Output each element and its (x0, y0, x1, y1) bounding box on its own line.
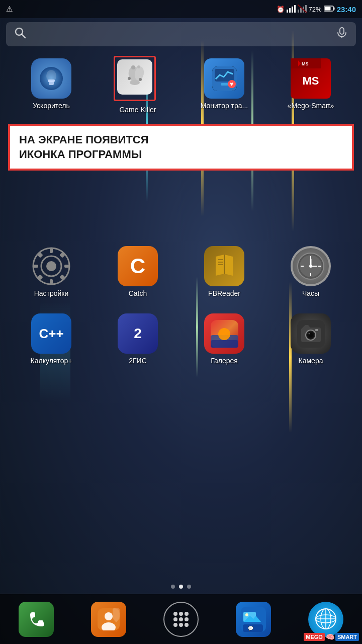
dot-2 (179, 585, 183, 589)
svg-rect-45 (50, 279, 53, 284)
app-mego[interactable]: MS MS «Mego-Smart» (273, 58, 348, 114)
app-label-2gis: 2ГИС (129, 357, 147, 365)
svg-rect-70 (315, 329, 318, 331)
svg-point-43 (46, 261, 56, 271)
app-cleaner[interactable]: Ускоритель (14, 58, 89, 114)
app-settings[interactable]: Настройки (14, 246, 89, 297)
mego-brain-icon: 🧠 (326, 633, 334, 641)
app-catch[interactable]: C Catch (100, 246, 175, 297)
app-icon-2gis: 2 (118, 313, 158, 354)
svg-point-31 (130, 80, 140, 85)
app-icon-settings (31, 246, 71, 286)
svg-point-87 (245, 613, 248, 616)
svg-text:MS: MS (302, 61, 309, 66)
app-label-clock: Часы (302, 289, 319, 297)
app-icon-fbreader (204, 246, 244, 286)
app-label-camera: Камера (299, 357, 323, 365)
svg-point-29 (128, 77, 131, 80)
app-monitor[interactable]: ♥ Монитор тра... (187, 58, 262, 114)
bottom-app-row: C++ Калкулятор+ 2 2ГИС (0, 309, 362, 369)
app-gallery[interactable]: Галерея (187, 313, 262, 365)
app-label-cleaner: Ускоритель (33, 102, 70, 110)
dock-icon-phone (19, 602, 54, 637)
app-camera[interactable]: Камера (273, 313, 348, 365)
battery-icon (324, 5, 335, 14)
svg-point-83 (179, 623, 183, 627)
top-app-row: Ускоритель (0, 54, 362, 118)
app-label-monitor: Монитор тра... (201, 102, 248, 110)
gamekiller-highlight-box (114, 56, 156, 101)
app-fbreader[interactable]: FBReader (187, 246, 262, 297)
annotation-line1: НА ЭКРАНЕ ПОЯВИТСЯ (19, 133, 149, 146)
page-dots (171, 585, 191, 589)
svg-point-60 (309, 265, 312, 268)
svg-rect-64 (211, 340, 238, 348)
alarm-icon: ⏰ (277, 6, 285, 13)
app-label-gamekiller: Game Killer (119, 106, 156, 114)
search-icon (14, 27, 26, 42)
app-icon-monitor: ♥ (204, 58, 244, 99)
svg-rect-47 (64, 265, 69, 268)
app-gamekiller[interactable]: Game Killer (100, 58, 175, 114)
mego-logo: MEGO 🧠 SMART (304, 633, 359, 641)
app-icon-gamekiller-hl (117, 59, 152, 95)
app-icon-mego: MS MS (291, 58, 331, 99)
svg-line-13 (22, 34, 25, 38)
app-label-catch: Catch (129, 289, 147, 297)
svg-rect-0 (287, 10, 288, 13)
signal-icon-1 (287, 5, 296, 14)
dock-browser[interactable] (308, 602, 343, 637)
svg-point-63 (218, 328, 230, 340)
app-2gis[interactable]: 2 2ГИС (100, 313, 175, 365)
app-label-fbreader: FBReader (208, 289, 240, 297)
dock-icon-contacts (91, 602, 126, 637)
status-bar: ⚠ ⏰ 72% (0, 0, 362, 18)
dock-mego-msg[interactable]: 💬 (236, 602, 271, 637)
top-app-section: Ускоритель (0, 50, 362, 122)
app-clock[interactable]: Часы (273, 246, 348, 297)
app-icon-clock (291, 246, 331, 286)
signal-icon-2 (298, 5, 307, 14)
app-calc[interactable]: C++ Калкулятор+ (14, 313, 89, 365)
app-icon-catch: C (118, 246, 158, 286)
svg-rect-74 (113, 608, 120, 618)
svg-text:💬: 💬 (248, 625, 254, 631)
svg-point-82 (173, 623, 177, 627)
svg-point-80 (179, 617, 183, 621)
dock-apps[interactable] (163, 602, 199, 637)
svg-rect-10 (333, 7, 334, 10)
dock-contacts[interactable] (91, 602, 126, 637)
svg-point-27 (131, 65, 135, 69)
svg-rect-3 (294, 5, 296, 13)
battery-pct: 72% (309, 6, 322, 13)
middle-app-section: Настройки C Catch FBReader (0, 238, 362, 305)
svg-point-72 (105, 612, 113, 620)
calc-label: C++ (39, 326, 63, 342)
dock-phone[interactable] (19, 602, 54, 637)
svg-point-28 (137, 65, 140, 68)
mego-logo-text: MEGO (304, 633, 325, 641)
app-icon-cleaner (31, 58, 71, 99)
svg-rect-19 (48, 79, 55, 82)
dot-3 (187, 585, 191, 589)
svg-rect-35 (221, 83, 228, 86)
svg-rect-2 (292, 7, 293, 13)
mic-icon (336, 27, 348, 42)
svg-point-69 (308, 333, 310, 334)
smart-logo-text: SMART (335, 633, 359, 641)
dot-1 (171, 585, 175, 589)
catch-letter: C (130, 254, 145, 278)
status-time: 23:40 (337, 5, 356, 14)
annotation-box: НА ЭКРАНЕ ПОЯВИТСЯ ИКОНКА ПРОГРАММЫ (8, 124, 354, 171)
svg-rect-44 (50, 248, 53, 253)
gamekiller-wrapper (118, 58, 158, 102)
svg-rect-11 (324, 7, 330, 10)
svg-point-81 (185, 617, 189, 621)
app-icon-gallery (204, 313, 244, 354)
svg-rect-5 (300, 8, 302, 13)
middle-app-row: Настройки C Catch FBReader (0, 242, 362, 301)
status-left: ⚠ (6, 5, 13, 14)
app-label-settings: Настройки (34, 289, 69, 297)
search-bar[interactable] (6, 22, 356, 46)
annotation-line2: ИКОНКА ПРОГРАММЫ (19, 148, 142, 160)
